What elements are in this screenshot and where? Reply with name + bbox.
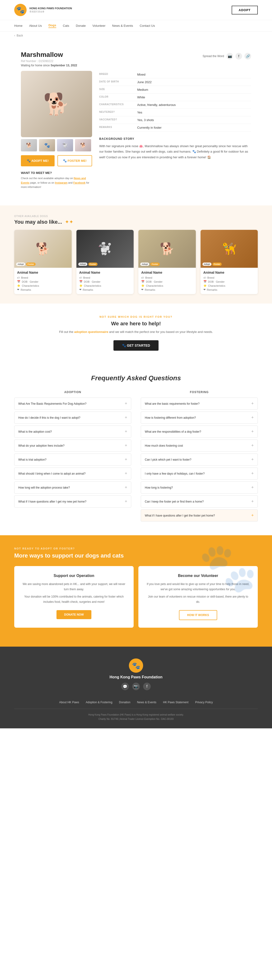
faq-f-plus-1: + — [251, 401, 254, 406]
characteristics-value: Active, friendly, adventurous — [137, 103, 176, 107]
facebook-icon[interactable]: f — [235, 53, 242, 59]
footer-instagram-icon[interactable]: 📷 — [132, 682, 140, 690]
vaccinated-label: VACCINATED? — [99, 118, 137, 122]
footer-nav-donation[interactable]: Donation — [119, 701, 130, 704]
card-dob-3: 📅DOB · Gender — [141, 280, 193, 283]
characteristics-label: CHARACTERISTICS — [99, 103, 137, 107]
animal-card-3[interactable]: 🐕 Adopt Foster Animal Name 🏷Breed 📅DOB ·… — [138, 230, 196, 294]
faq-f-item-4[interactable]: How much does fostering cost + — [141, 439, 258, 452]
faq-f-item-6[interactable]: I only have a few days of holidays, can … — [141, 468, 258, 480]
info-column: BREED Mixed DATE OF BIRTH June 2022 SIZE… — [99, 71, 251, 189]
nav-home[interactable]: Home — [14, 24, 22, 27]
support-card-1-title: Support our Operation — [22, 574, 126, 578]
faq-f-item-8[interactable]: Can I keep the foster pet or find them a… — [141, 495, 258, 508]
also-like-subtitle: OTHER AVAILABLE DOGS — [14, 215, 258, 218]
donate-now-button[interactable]: DONATE NOW — [56, 610, 91, 619]
card-tag-adopt-3: Adopt — [140, 262, 149, 266]
footer-brand: Hong Kong Paws Foundation — [109, 675, 162, 679]
faq-f-plus-2: + — [251, 415, 254, 420]
footer-nav-statement[interactable]: HK Paws Statement — [163, 701, 189, 704]
card-photo-4: 🦮 Adopt Foster — [200, 230, 258, 268]
instagram-icon[interactable]: 📷 — [226, 53, 233, 59]
adoption-questionnaire-link[interactable]: adoption questionnaire — [74, 330, 109, 334]
faq-f-item-5[interactable]: Can I pick which pet I want to foster? + — [141, 453, 258, 466]
instagram-link[interactable]: Instagram — [55, 181, 68, 184]
faq-section: Frequently Asked Questions ADOPTION What… — [0, 363, 272, 535]
faq-item-8[interactable]: What if I have questions after I get my … — [14, 495, 131, 508]
card-name-3: Animal Name — [141, 270, 193, 274]
faq-item-3[interactable]: What is the adoption cost? + — [14, 426, 131, 438]
footer-whatsapp-icon[interactable]: 💬 — [121, 682, 129, 690]
card-photo-3: 🐕 Adopt Foster — [138, 230, 196, 268]
facebook-link[interactable]: Facebook — [74, 181, 85, 184]
footer: 🐾 Hong Kong Paws Foundation 💬 📷 f About … — [0, 647, 272, 729]
link-icon[interactable]: 🔗 — [245, 53, 251, 59]
faq-plus-7: + — [125, 485, 127, 490]
faq-f-item-3[interactable]: What are the responsibilities of a dog f… — [141, 426, 258, 438]
not-sure-subtitle: NOT SURE WHICH DOG IS RIGHT FOR YOU? — [14, 315, 258, 318]
nav-donate[interactable]: Donate — [76, 24, 86, 27]
animal-cards-row: 🐕 Adopt Foster Animal Name 🏷Breed 📅DOB ·… — [14, 230, 258, 294]
footer-nav-adoption[interactable]: Adoption & Fostering — [86, 701, 112, 704]
thumb-3[interactable]: 🐩 — [57, 139, 73, 151]
footer-nav-news[interactable]: News & Events — [137, 701, 156, 704]
how-it-works-button[interactable]: HOW IT WORKS — [179, 610, 217, 620]
support-card-2-text1: If you love pets and would like to give … — [146, 582, 250, 592]
faq-item-4[interactable]: What do your adoption fees include? + — [14, 439, 131, 452]
faq-f-item-7[interactable]: How long is fostering? + — [141, 482, 258, 493]
faq-question-1[interactable]: What Are The Basic Requirements For Dog … — [14, 398, 131, 409]
thumb-1[interactable]: 🐕 — [21, 139, 37, 151]
breadcrumb-back[interactable]: Back — [17, 34, 23, 37]
adopt-me-button[interactable]: 🐾 ADOPT ME! — [21, 155, 54, 166]
header: 🐾 HONG KONG PAWS FOUNDATION 香港護爪基金會 ADOP… — [0, 0, 272, 20]
animal-name: Marshmallow — [21, 51, 77, 59]
neutered-value: Yes — [137, 111, 142, 114]
faq-plus-3: + — [125, 429, 127, 434]
color-row: COLOR White — [99, 94, 251, 101]
card-name-4: Animal Name — [203, 270, 255, 274]
thumb-4[interactable]: 🐕 — [75, 139, 91, 151]
nav-dogs[interactable]: Dogs — [48, 24, 56, 28]
size-row: SIZE Medium — [99, 86, 251, 94]
foster-me-button[interactable]: 🐾 FOSTER ME! — [58, 155, 92, 166]
faq-title: Frequently Asked Questions — [14, 374, 258, 382]
footer-nav-about[interactable]: About HK Paws — [59, 701, 79, 704]
card-breed-2: 🏷Breed — [79, 276, 131, 279]
animal-card-1[interactable]: 🐕 Adopt Foster Animal Name 🏷Breed 📅DOB ·… — [14, 230, 72, 294]
faq-f-item-2[interactable]: How is fostering different from adoption… — [141, 412, 258, 424]
nav-cats[interactable]: Cats — [63, 24, 69, 27]
nav-about[interactable]: About Us — [29, 24, 42, 27]
thumb-2[interactable]: 🐾 — [39, 139, 55, 151]
header-adopt-button[interactable]: ADOPT — [232, 6, 258, 14]
faq-item-7[interactable]: How long will the adoption process take?… — [14, 482, 131, 493]
nav-contact[interactable]: Contact Us — [139, 24, 155, 27]
waiting-since: Waiting for home since September 13, 202… — [21, 64, 77, 67]
card-name-2: Animal Name — [79, 270, 131, 274]
dob-label: DATE OF BIRTH — [99, 80, 137, 84]
get-started-button[interactable]: 🐾 GET STARTED — [114, 340, 159, 351]
characteristics-row: CHARACTERISTICS Active, friendly, advent… — [99, 101, 251, 109]
faq-item-6[interactable]: What should I bring when I come to adopt… — [14, 468, 131, 480]
nav-news[interactable]: News & Events — [112, 24, 133, 27]
logo[interactable]: 🐾 HONG KONG PAWS FOUNDATION 香港護爪基金會 — [14, 4, 72, 16]
card-remarks-3: ❤Remarks — [141, 288, 193, 291]
animal-card-4[interactable]: 🦮 Adopt Foster Animal Name 🏷Breed 📅DOB ·… — [200, 230, 258, 294]
footer-nav-privacy[interactable]: Privacy Policy — [195, 701, 213, 704]
faq-f-plus-6: + — [251, 471, 254, 476]
spread-word-label: Spread the Word — [203, 54, 224, 58]
faq-f-item-9[interactable]: What if I have questions after I get the… — [141, 509, 258, 522]
nav-volunteer[interactable]: Volunteer — [92, 24, 106, 27]
faq-f-item-1[interactable]: What are the basic requirements for fost… — [141, 398, 258, 410]
remarks-value: Currently in foster — [137, 126, 162, 129]
neutered-row: NEUTERED? Yes — [99, 109, 251, 116]
card-chars-3: ⭐Characteristics — [141, 284, 193, 287]
faq-f-plus-7: + — [251, 485, 254, 490]
faq-item-2[interactable]: How do I decide if this is the dog I wan… — [14, 412, 131, 424]
footer-facebook-icon[interactable]: f — [143, 682, 151, 690]
card-tag-foster-3: Foster — [150, 262, 160, 266]
size-value: Medium — [137, 88, 148, 91]
animal-card-2[interactable]: 🐩 Adopt Foster Animal Name 🏷Breed 📅DOB ·… — [77, 230, 134, 294]
faq-item-1[interactable]: What Are The Basic Requirements For Dog … — [14, 398, 131, 410]
faq-item-5[interactable]: What is trial adoption? + — [14, 453, 131, 466]
faq-f-plus-4: + — [251, 443, 254, 448]
